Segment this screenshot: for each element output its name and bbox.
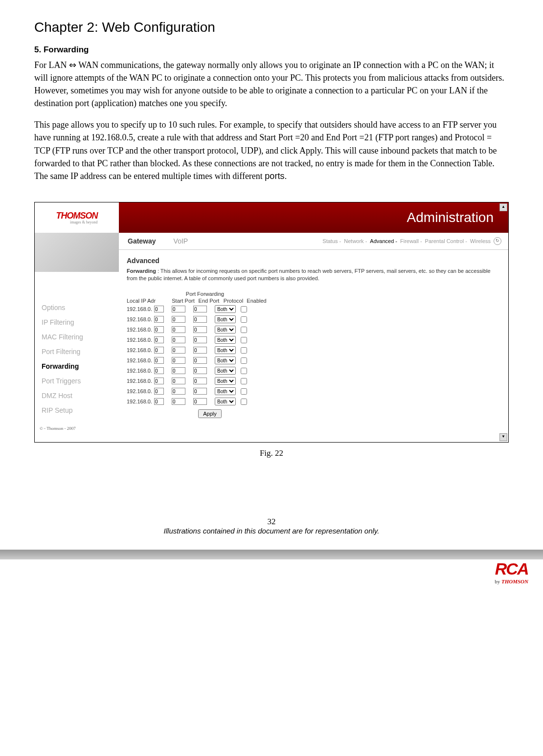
start-port-input[interactable] bbox=[172, 326, 185, 333]
ip-last-octet-input[interactable] bbox=[154, 336, 164, 343]
ip-last-octet-input[interactable] bbox=[154, 367, 164, 374]
enabled-checkbox[interactable] bbox=[241, 388, 247, 395]
screenshot-figure: ▲ ▼ THOMSON images & beyond Administrati… bbox=[34, 202, 509, 443]
pf-row: 192.168.0.Both bbox=[127, 335, 283, 345]
thomson-logo: THOMSON bbox=[56, 211, 98, 221]
end-port-input[interactable] bbox=[193, 388, 207, 395]
ip-last-octet-input[interactable] bbox=[154, 316, 164, 323]
panel-title: Advanced bbox=[127, 257, 500, 265]
sidebar-forwarding[interactable]: Forwarding bbox=[42, 362, 119, 370]
ip-prefix: 192.168.0. bbox=[127, 316, 152, 322]
pf-row: 192.168.0.Both bbox=[127, 346, 283, 355]
end-port-input[interactable] bbox=[193, 357, 207, 364]
ip-prefix: 192.168.0. bbox=[127, 337, 152, 343]
enabled-checkbox[interactable] bbox=[241, 327, 247, 333]
protocol-select[interactable]: Both bbox=[215, 367, 236, 375]
sidebar-dmz-host[interactable]: DMZ Host bbox=[42, 392, 119, 400]
enabled-checkbox[interactable] bbox=[241, 306, 247, 312]
pf-row: 192.168.0.Both bbox=[127, 387, 283, 396]
sidebar-options[interactable]: Options bbox=[42, 304, 119, 311]
enabled-checkbox[interactable] bbox=[241, 316, 247, 323]
end-port-input[interactable] bbox=[193, 378, 207, 384]
start-port-input[interactable] bbox=[172, 357, 185, 364]
ip-prefix: 192.168.0. bbox=[127, 388, 152, 394]
start-port-input[interactable] bbox=[172, 316, 185, 323]
sidebar-ip-filtering[interactable]: IP Filtering bbox=[42, 318, 119, 326]
subtab-parental[interactable]: Parental Control - bbox=[425, 238, 467, 244]
paragraph-1: For LAN ⇔ WAN communications, the gatewa… bbox=[34, 59, 509, 110]
end-port-input[interactable] bbox=[193, 398, 207, 405]
ip-last-octet-input[interactable] bbox=[154, 347, 164, 354]
ip-prefix: 192.168.0. bbox=[127, 347, 152, 353]
ip-last-octet-input[interactable] bbox=[154, 326, 164, 333]
ip-last-octet-input[interactable] bbox=[154, 378, 164, 384]
end-port-input[interactable] bbox=[193, 367, 207, 374]
col-enabled: Enabled bbox=[246, 298, 268, 304]
footer-strip bbox=[0, 550, 543, 559]
start-port-input[interactable] bbox=[172, 367, 185, 374]
page-number: 32 bbox=[34, 517, 509, 527]
tab-voip[interactable]: VoIP bbox=[165, 237, 197, 245]
ip-last-octet-input[interactable] bbox=[154, 306, 164, 312]
protocol-select[interactable]: Both bbox=[215, 346, 236, 354]
enabled-checkbox[interactable] bbox=[241, 347, 247, 354]
start-port-input[interactable] bbox=[172, 388, 185, 395]
end-port-input[interactable] bbox=[193, 326, 207, 333]
pf-row: 192.168.0.Both bbox=[127, 305, 283, 314]
sidebar-mac-filtering[interactable]: MAC Filtering bbox=[42, 333, 119, 341]
protocol-select[interactable]: Both bbox=[215, 398, 236, 405]
scroll-up-icon[interactable]: ▲ bbox=[499, 203, 507, 211]
protocol-select[interactable]: Both bbox=[215, 387, 236, 395]
enabled-checkbox[interactable] bbox=[241, 399, 247, 405]
scroll-down-icon[interactable]: ▼ bbox=[499, 433, 507, 441]
banner-title: Administration bbox=[119, 202, 508, 233]
enabled-checkbox[interactable] bbox=[241, 357, 247, 364]
thomson-tagline: images & beyond bbox=[56, 220, 98, 224]
refresh-icon[interactable]: ↻ bbox=[494, 237, 501, 245]
sidebar-port-triggers[interactable]: Port Triggers bbox=[42, 377, 119, 385]
paragraph-2: This page allows you to specify up to 10… bbox=[34, 118, 509, 182]
enabled-checkbox[interactable] bbox=[241, 378, 247, 384]
tab-gateway[interactable]: Gateway bbox=[119, 237, 165, 245]
apply-button[interactable]: Apply bbox=[198, 409, 222, 418]
chapter-title: Chapter 2: Web Configuration bbox=[34, 20, 509, 35]
end-port-input[interactable] bbox=[193, 347, 207, 354]
subtab-status[interactable]: Status - bbox=[322, 238, 341, 244]
ip-prefix: 192.168.0. bbox=[127, 357, 152, 363]
start-port-input[interactable] bbox=[172, 336, 185, 343]
end-port-input[interactable] bbox=[193, 336, 207, 343]
start-port-input[interactable] bbox=[172, 398, 185, 405]
protocol-select[interactable]: Both bbox=[215, 377, 236, 385]
protocol-select[interactable]: Both bbox=[215, 305, 236, 313]
subtab-network[interactable]: Network - bbox=[344, 238, 367, 244]
ip-last-octet-input[interactable] bbox=[154, 388, 164, 395]
ip-prefix: 192.168.0. bbox=[127, 378, 152, 384]
start-port-input[interactable] bbox=[172, 378, 185, 384]
ip-last-octet-input[interactable] bbox=[154, 398, 164, 405]
protocol-select[interactable]: Both bbox=[215, 315, 236, 323]
subtab-advanced[interactable]: Advanced - bbox=[370, 238, 397, 244]
pf-row: 192.168.0.Both bbox=[127, 325, 283, 334]
figure-caption: Fig. 22 bbox=[34, 448, 509, 458]
subtab-wireless[interactable]: Wireless bbox=[470, 238, 491, 244]
start-port-input[interactable] bbox=[172, 347, 185, 354]
protocol-select[interactable]: Both bbox=[215, 336, 236, 344]
hero-photo bbox=[35, 233, 119, 272]
subtab-firewall[interactable]: Firewall - bbox=[400, 238, 422, 244]
sidebar-rip-setup[interactable]: RIP Setup bbox=[42, 406, 119, 414]
col-local-ip: Local IP Adr bbox=[127, 298, 170, 304]
ip-prefix: 192.168.0. bbox=[127, 327, 152, 333]
copyright: © - Thomson - 2007 bbox=[35, 423, 508, 434]
enabled-checkbox[interactable] bbox=[241, 368, 247, 374]
ip-last-octet-input[interactable] bbox=[154, 357, 164, 364]
enabled-checkbox[interactable] bbox=[241, 337, 247, 343]
start-port-input[interactable] bbox=[172, 306, 185, 312]
end-port-input[interactable] bbox=[193, 306, 207, 312]
end-port-input[interactable] bbox=[193, 316, 207, 323]
protocol-select[interactable]: Both bbox=[215, 326, 236, 334]
col-end-port: End Port bbox=[197, 298, 221, 304]
sidebar-port-filtering[interactable]: Port Filtering bbox=[42, 348, 119, 356]
pf-row: 192.168.0.Both bbox=[127, 356, 283, 365]
pf-row: 192.168.0.Both bbox=[127, 377, 283, 386]
protocol-select[interactable]: Both bbox=[215, 356, 236, 364]
